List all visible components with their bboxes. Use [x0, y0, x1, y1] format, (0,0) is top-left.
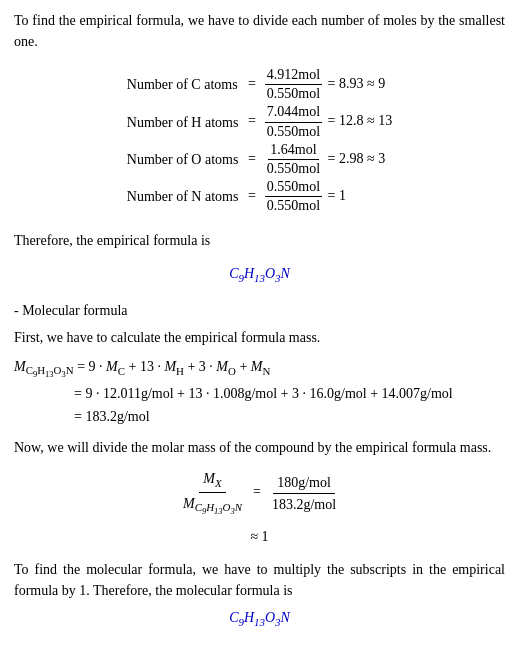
frac-c-num: 4.912mol — [265, 66, 322, 85]
frac-o: 1.64mol 0.550mol — [265, 141, 322, 178]
therefore-text: Therefore, the empirical formula is — [14, 230, 505, 251]
multiply-text: To find the molecular formula, we have t… — [14, 559, 505, 601]
frac-c: 4.912mol 0.550mol — [265, 66, 322, 103]
molecular-intro: First, we have to calculate the empirica… — [14, 327, 505, 348]
frac-values: 180g/mol 183.2g/mol — [268, 472, 340, 515]
mass-eq-line2: = 9 · 12.011g/mol + 13 · 1.008g/mol + 3 … — [74, 383, 505, 404]
frac-h-den: 0.550mol — [265, 123, 322, 141]
frac-h: 7.044mol 0.550mol — [265, 103, 322, 140]
divide-text: Now, we will divide the molar mass of th… — [14, 437, 505, 458]
formula-row-h: Number of H atoms = 7.044mol 0.550mol = … — [127, 103, 392, 140]
mass-label: M — [14, 359, 26, 374]
approx-value: ≈ 1 — [14, 526, 505, 547]
intro-paragraph: To find the empirical formula, we have t… — [14, 10, 505, 52]
frac-o-num: 1.64mol — [268, 141, 318, 160]
main-content: To find the empirical formula, we have t… — [14, 10, 505, 630]
molecular-header: - Molecular formula — [14, 300, 505, 321]
frac-o-den: 0.550mol — [265, 160, 322, 178]
frac-mx: MX MC9H13O3N — [179, 468, 246, 518]
frac-n-den: 0.550mol — [265, 197, 322, 215]
formula-row-n: Number of N atoms = 0.550mol 0.550mol = … — [127, 178, 392, 215]
formula-label-c: Number of C atoms — [127, 66, 245, 103]
formula-label-n: Number of N atoms — [127, 178, 245, 215]
frac-n: 0.550mol 0.550mol — [265, 178, 322, 215]
molar-mass-ratio: MX MC9H13O3N = 180g/mol 183.2g/mol — [14, 468, 505, 518]
formula-label-h: Number of H atoms — [127, 103, 245, 140]
frac-n-num: 0.550mol — [265, 178, 322, 197]
frac-values-num: 180g/mol — [273, 472, 335, 494]
empirical-formula-value: C9H13O3N — [229, 266, 290, 281]
formula-row-o: Number of O atoms = 1.64mol 0.550mol = 2… — [127, 141, 392, 178]
mass-eq-line3: = 183.2g/mol — [74, 406, 505, 427]
formula-eq-h: = 7.044mol 0.550mol = 12.8 ≈ 13 — [244, 103, 392, 140]
empirical-formula-display: C9H13O3N — [14, 263, 505, 286]
molecular-formula-display: C9H13O3N — [14, 607, 505, 630]
frac-c-den: 0.550mol — [265, 85, 322, 103]
moles-table: Number of C atoms = 4.912mol 0.550mol = … — [127, 66, 392, 216]
mass-eq-line1: MC9H13O3N = 9 · MC + 13 · MH + 3 · MO + … — [14, 356, 505, 382]
formula-row-c: Number of C atoms = 4.912mol 0.550mol = … — [127, 66, 392, 103]
molecular-formula-value: C9H13O3N — [229, 610, 290, 625]
formula-eq-n: = 0.550mol 0.550mol = 1 — [244, 178, 392, 215]
frac-values-den: 183.2g/mol — [268, 494, 340, 515]
frac-mx-num: MX — [199, 468, 225, 492]
frac-h-num: 7.044mol — [265, 103, 322, 122]
mass-calc-block: MC9H13O3N = 9 · MC + 13 · MH + 3 · MO + … — [14, 356, 505, 428]
formula-eq-c: = 4.912mol 0.550mol = 8.93 ≈ 9 — [244, 66, 392, 103]
frac-mx-den: MC9H13O3N — [179, 493, 246, 519]
formula-label-o: Number of O atoms — [127, 141, 245, 178]
formula-eq-o: = 1.64mol 0.550mol = 2.98 ≈ 3 — [244, 141, 392, 178]
